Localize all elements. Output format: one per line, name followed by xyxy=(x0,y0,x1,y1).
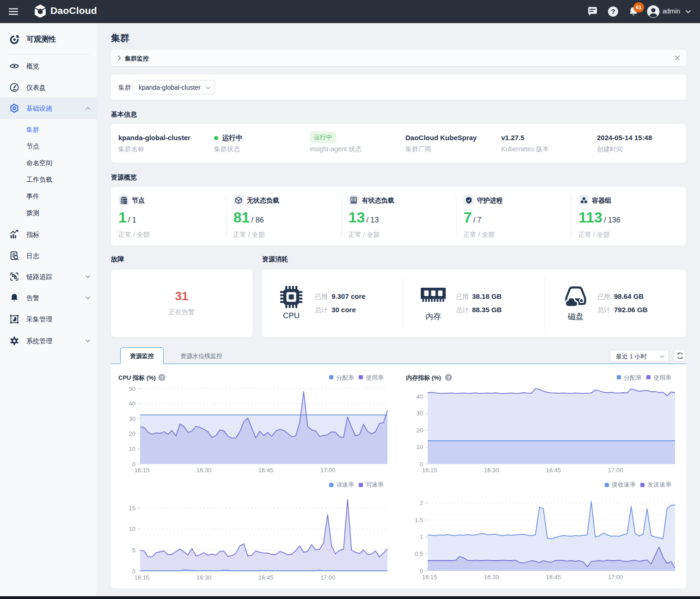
svg-text:50: 50 xyxy=(129,385,135,392)
svg-text:5: 5 xyxy=(132,547,135,554)
svg-text:分配率: 分配率 xyxy=(336,374,354,381)
svg-text:?: ? xyxy=(447,375,450,381)
svg-text:16:45: 16:45 xyxy=(258,574,274,581)
svg-text:16:30: 16:30 xyxy=(196,574,212,581)
svg-text:?: ? xyxy=(160,375,164,381)
svg-text:?: ? xyxy=(611,7,615,15)
svg-text:读速率: 读速率 xyxy=(336,481,354,488)
svg-text:17:00: 17:00 xyxy=(320,467,336,474)
svg-text:1.5: 1.5 xyxy=(415,517,423,524)
svg-text:16:15: 16:15 xyxy=(422,574,437,580)
svg-text:16:45: 16:45 xyxy=(546,467,561,474)
svg-text:16:15: 16:15 xyxy=(135,574,150,581)
svg-text:15: 15 xyxy=(129,505,135,512)
svg-text:16:30: 16:30 xyxy=(196,467,212,474)
svg-text:使用率: 使用率 xyxy=(366,374,384,381)
svg-text:接收速率: 接收速率 xyxy=(611,481,636,488)
svg-text:10: 10 xyxy=(129,445,135,452)
svg-text:0.5: 0.5 xyxy=(415,550,423,557)
svg-text:40: 40 xyxy=(417,393,423,400)
svg-text:CPU 指标 (%): CPU 指标 (%) xyxy=(118,374,156,381)
svg-text:发送速率: 发送速率 xyxy=(647,481,671,488)
svg-text:17:00: 17:00 xyxy=(320,574,336,581)
svg-text:20: 20 xyxy=(129,430,135,437)
svg-text:10: 10 xyxy=(129,525,135,532)
svg-text:16:45: 16:45 xyxy=(546,574,561,580)
svg-text:20: 20 xyxy=(417,427,423,434)
svg-text:10: 10 xyxy=(417,444,423,451)
svg-text:16:15: 16:15 xyxy=(422,467,437,474)
svg-text:16:30: 16:30 xyxy=(484,574,499,580)
svg-text:17:00: 17:00 xyxy=(608,574,623,580)
svg-text:1: 1 xyxy=(420,533,423,540)
svg-text:40: 40 xyxy=(129,400,135,407)
svg-text:使用率: 使用率 xyxy=(653,374,671,381)
svg-text:内存指标 (%): 内存指标 (%) xyxy=(406,374,441,381)
svg-text:2: 2 xyxy=(420,500,423,506)
svg-text:写速率: 写速率 xyxy=(366,481,384,488)
svg-text:16:45: 16:45 xyxy=(258,467,274,474)
svg-text:30: 30 xyxy=(417,410,423,417)
svg-text:16:30: 16:30 xyxy=(484,467,499,474)
svg-text:16:15: 16:15 xyxy=(135,467,150,474)
svg-text:分配率: 分配率 xyxy=(624,374,642,381)
svg-text:30: 30 xyxy=(129,415,135,422)
svg-text:17:00: 17:00 xyxy=(608,467,623,474)
